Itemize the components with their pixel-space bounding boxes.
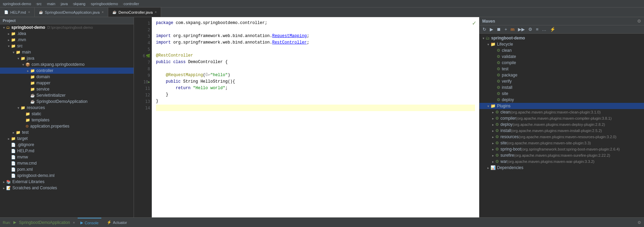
actuator-label: Actuator — [113, 220, 127, 225]
tree-item-com-pkg[interactable]: ▾ 📦 com.skpang.springbootdemo — [0, 61, 134, 68]
folder-icon-main: 📁 — [16, 50, 21, 55]
maven-content[interactable]: ▾ 🗂 springboot-demo ▾ 📁 Lifecycle ⚙ clea… — [479, 34, 644, 217]
maven-btn-menu[interactable]: ≡ — [535, 26, 540, 32]
tree-item-mvnw[interactable]: 📄 mvnw — [0, 154, 134, 160]
maven-lifecycle-site[interactable]: ⚙ site — [479, 91, 644, 97]
maven-lifecycle-clean[interactable]: ⚙ clean — [479, 47, 644, 53]
maven-lifecycle-compile[interactable]: ⚙ compile — [479, 60, 644, 66]
top-bar-java[interactable]: java — [61, 2, 68, 6]
code-editor[interactable]: package com.skpang.springbootdemo.contro… — [152, 17, 479, 217]
maven-plugin-war-sub: (org.apache.maven.plugins:maven-war-plug… — [507, 159, 594, 164]
tree-item-static[interactable]: 📁 static — [0, 111, 134, 117]
editor-area: 1 2 3 4 5 6 🌿 7 8 9 10 ▶ 11 12 13 14 pac… — [134, 17, 479, 217]
tree-item-test[interactable]: ▸ 📁 test — [0, 129, 134, 135]
maven-btn-run[interactable]: ▶ — [489, 26, 494, 32]
tab-springapp[interactable]: ☕ SpringbootDemoApplication.java × — [35, 8, 108, 17]
tree-item-resources[interactable]: ▾ 📁 resources — [0, 105, 134, 111]
maven-btn-gear[interactable]: ⚙ — [527, 26, 533, 32]
maven-lifecycle-header[interactable]: ▾ 📁 Lifecycle — [479, 41, 644, 47]
maven-plugins-header[interactable]: ▾ 📁 Plugins — [479, 103, 644, 109]
maven-lifecycle-verify[interactable]: ⚙ verify — [479, 78, 644, 84]
maven-btn-run2[interactable]: ▶▶ — [517, 26, 526, 32]
gutter-row-14: 14 — [134, 105, 151, 111]
tab-springapp-close[interactable]: × — [102, 10, 104, 14]
maven-plugin-deploy[interactable]: ▸ ⚙ deploy (org.apache.maven.plugins:mav… — [479, 121, 644, 128]
tree-item-mapper[interactable]: 📁 mapper — [0, 80, 134, 86]
tree-item-templates[interactable]: 📁 templates — [0, 117, 134, 123]
tree-item-ext-libs[interactable]: ▸ 📚 External Libraries — [0, 179, 134, 185]
plugin-gear-icon-springboot: ⚙ — [495, 147, 499, 152]
tree-item-root[interactable]: ▾ 🗂 springboot-demo D:\project\springboo… — [0, 24, 134, 31]
maven-btn-m[interactable]: m — [510, 26, 516, 32]
run-close-btn[interactable]: × — [73, 220, 75, 225]
maven-lifecycle-validate[interactable]: ⚙ validate — [479, 53, 644, 60]
tab-helpmd-close[interactable]: × — [28, 10, 30, 14]
maven-toolbar: ↻ ▶ ⏹ + m ▶▶ ⚙ ≡ … ⚡ — [479, 25, 644, 34]
file-valid-checkmark: ✓ — [472, 20, 476, 26]
maven-plugin-deploy-label: deploy — [500, 122, 512, 127]
tree-item-mvn[interactable]: ▸ 📁 .mvn — [0, 37, 134, 43]
bottom-settings-icon[interactable]: ⚙ — [637, 220, 641, 225]
tree-item-target[interactable]: ▸ 📁 target — [0, 135, 134, 142]
maven-lifecycle-install[interactable]: ⚙ install — [479, 84, 644, 91]
maven-btn-add[interactable]: + — [504, 26, 508, 32]
maven-dependencies-header[interactable]: ▸ 📊 Dependencies — [479, 165, 644, 171]
spring-icon-servletinit: ☕ — [30, 93, 35, 98]
tree-item-helpmd[interactable]: 📄 HELP.md — [0, 148, 134, 154]
maven-btn-stop[interactable]: ⏹ — [496, 26, 502, 32]
top-bar-app[interactable]: springboot-demo — [3, 2, 31, 6]
tree-item-java[interactable]: ▾ 📁 java — [0, 55, 134, 61]
maven-plugin-surefire[interactable]: ▸ ⚙ surefire (org.apache.maven.plugins:m… — [479, 152, 644, 158]
maven-panel: Maven ⚙ ↻ ▶ ⏹ + m ▶▶ ⚙ ≡ … ⚡ ▾ 🗂 springb… — [479, 17, 644, 217]
maven-plugin-compiler[interactable]: ▸ ⚙ compiler (org.apache.maven.plugins:m… — [479, 115, 644, 121]
tree-item-src[interactable]: ▾ 📁 src — [0, 43, 134, 49]
tree-item-mvnwcmd[interactable]: 📄 mvnw.cmd — [0, 160, 134, 166]
tab-democontroller[interactable]: ☕ DemoController.java × — [108, 8, 161, 17]
bottom-tab-actuator[interactable]: ⚡ Actuator — [104, 218, 130, 227]
tree-item-gitignore[interactable]: 📄 .gitignore — [0, 142, 134, 148]
maven-lifecycle-test[interactable]: ⚙ test — [479, 66, 644, 72]
maven-plugin-install[interactable]: ▸ ⚙ install (org.apache.maven.plugins:ma… — [479, 128, 644, 134]
tree-item-springbootapp[interactable]: ☕ SpringbootDemoApplication — [0, 98, 134, 105]
tab-democontroller-close[interactable]: × — [155, 10, 157, 14]
top-bar-src[interactable]: src — [37, 2, 42, 6]
top-bar-controller[interactable]: controller — [124, 2, 139, 6]
maven-plugin-site[interactable]: ▸ ⚙ site (org.apache.maven.plugins:maven… — [479, 140, 644, 146]
tree-item-domain[interactable]: 📁 domain — [0, 74, 134, 80]
maven-lifecycle-deploy[interactable]: ⚙ deploy — [479, 97, 644, 103]
tree-item-idea[interactable]: ▸ 📁 .idea — [0, 31, 134, 37]
maven-lifecycle-package[interactable]: ⚙ package — [479, 72, 644, 78]
maven-btn-more[interactable]: … — [541, 26, 547, 32]
tree-label-root: springboot-demo — [11, 25, 45, 30]
arrow-com-pkg: ▾ — [21, 63, 25, 67]
maven-btn-refresh[interactable]: ↻ — [482, 26, 487, 32]
tree-item-servletinit[interactable]: ☕ ServletInitializer — [0, 92, 134, 98]
top-bar-main[interactable]: main — [47, 2, 55, 6]
maven-plugin-springboot[interactable]: ▸ ⚙ spring-boot (org.springframework.boo… — [479, 146, 644, 152]
maven-root[interactable]: ▾ 🗂 springboot-demo — [479, 35, 644, 41]
run-gutter-icon-10[interactable]: ▶ — [148, 80, 150, 84]
tree-item-main[interactable]: ▾ 📁 main — [0, 49, 134, 55]
tree-item-pomxml[interactable]: 📄 pom.xml — [0, 166, 134, 172]
tree-item-appprops[interactable]: ⚙ application.properties — [0, 123, 134, 129]
maven-plugin-war[interactable]: ▸ ⚙ war (org.apache.maven.plugins:maven-… — [479, 158, 644, 165]
maven-btn-bolt[interactable]: ⚡ — [549, 26, 556, 32]
top-bar-springbootdemo[interactable]: springbootdemo — [91, 2, 118, 6]
maven-plugin-clean[interactable]: ▸ ⚙ clean (org.apache.maven.plugins:mave… — [479, 109, 644, 115]
maven-plugin-compiler-label: compiler — [500, 116, 516, 121]
tree-item-service[interactable]: 📁 service — [0, 86, 134, 92]
tree-item-controller[interactable]: ▸ 📁 controller — [0, 68, 134, 74]
tree-item-scratches[interactable]: ▸ 📝 Scratches and Consoles — [0, 185, 134, 191]
maven-plugin-resources[interactable]: ▸ ⚙ resources (org.apache.maven.plugins:… — [479, 134, 644, 140]
md-icon: 📄 — [11, 149, 16, 153]
maven-deps-icon: 📊 — [490, 165, 496, 170]
maven-plugin-install-label: install — [500, 128, 511, 133]
top-bar-skpang[interactable]: skpang — [73, 2, 85, 6]
run-app-name: SpringbootDemoApplication — [19, 220, 70, 225]
sidebar-content[interactable]: ▾ 🗂 springboot-demo D:\project\springboo… — [0, 24, 134, 217]
bottom-tab-console[interactable]: ▶ Console — [78, 218, 101, 227]
maven-settings-icon[interactable]: ⚙ — [637, 19, 641, 24]
arrow-test: ▸ — [11, 131, 16, 134]
tab-helpmd[interactable]: 📄 HELP.md × — [0, 8, 35, 17]
tree-item-iml[interactable]: 📄 springboot-demo.iml — [0, 172, 134, 179]
